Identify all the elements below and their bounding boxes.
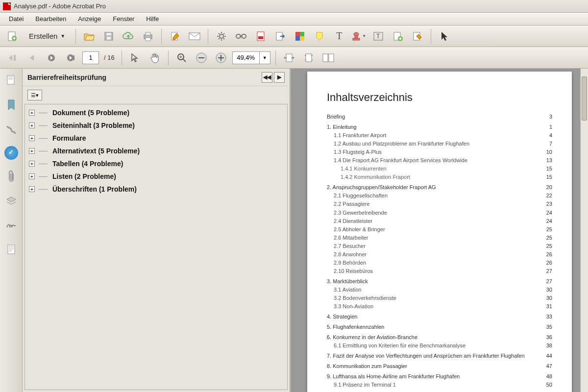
toc-title: 3. Marktüberblick <box>327 277 368 286</box>
print-icon[interactable] <box>140 28 156 45</box>
toc-row: 1.3 Flugsteig A-Plus10 <box>327 148 552 156</box>
options-menu-icon[interactable]: ☰▾ <box>27 90 42 100</box>
tree-item[interactable]: +Seiteninhalt (3 Probleme) <box>25 119 287 132</box>
form-edit-icon[interactable] <box>409 28 426 45</box>
stamp-icon[interactable]: ▼ <box>350 28 367 45</box>
open-icon[interactable] <box>81 28 98 45</box>
pointer-icon[interactable] <box>436 28 453 45</box>
vertical-scrollbar[interactable] <box>580 69 588 392</box>
extract-icon[interactable] <box>272 28 289 45</box>
svg-point-10 <box>220 34 223 38</box>
color-icon[interactable] <box>292 28 308 45</box>
tree-label: Formulare <box>52 134 86 142</box>
menu-anzeige[interactable]: Anzeige <box>72 13 107 24</box>
toc-row: 3.3 Non-Aviation31 <box>327 302 552 311</box>
panel-prev-icon[interactable]: ◀◀ <box>262 72 272 83</box>
mail-icon[interactable] <box>186 28 203 45</box>
expand-icon[interactable]: + <box>29 148 35 154</box>
toc-page: 22 <box>546 192 552 200</box>
expand-icon[interactable]: + <box>29 135 35 141</box>
marquee-zoom-icon[interactable] <box>173 49 190 66</box>
text-icon[interactable]: T <box>331 28 347 45</box>
toc-title: 3.3 Non-Aviation <box>327 302 373 311</box>
toc-row: 2.4 Dienstleister24 <box>327 217 552 225</box>
tree-item[interactable]: +Formulare <box>25 132 287 145</box>
menu-datei[interactable]: Datei <box>3 13 29 24</box>
tree-item[interactable]: +Überschriften (1 Problem) <box>25 183 287 196</box>
toc-title: 1.2 Ausbau und Platzprobleme am Frankfur… <box>327 140 469 148</box>
layers-icon[interactable] <box>3 193 19 209</box>
svg-rect-44 <box>8 78 13 79</box>
expand-icon[interactable]: + <box>29 186 35 192</box>
toc-title: 2.4 Dienstleister <box>327 217 372 225</box>
window-title: Analyse.pdf - Adobe Acrobat Pro <box>14 2 106 10</box>
toc-page: 25 <box>546 242 552 250</box>
pdf-tool-icon[interactable] <box>252 28 269 45</box>
svg-rect-19 <box>300 36 304 41</box>
expand-icon[interactable]: + <box>29 110 35 116</box>
textbox-icon[interactable]: T <box>370 28 387 45</box>
create-icon[interactable] <box>4 28 21 45</box>
toc-row: 2.3 Gewerbetreibende24 <box>327 209 552 217</box>
prev-page-icon[interactable] <box>24 49 40 66</box>
form-add-icon[interactable] <box>390 28 406 45</box>
highlight-icon[interactable] <box>311 28 328 45</box>
bookmarks-icon[interactable] <box>3 97 19 113</box>
gear-icon[interactable] <box>213 28 230 45</box>
expand-icon[interactable]: + <box>29 161 35 167</box>
toc-page: 1 <box>549 123 552 131</box>
page-input[interactable] <box>82 51 99 64</box>
zoom-input[interactable] <box>233 54 259 61</box>
accessibility-check-icon[interactable] <box>4 146 18 160</box>
tags-icon[interactable] <box>3 242 19 258</box>
fit-page-icon[interactable] <box>300 49 317 66</box>
zoom-dropdown-icon[interactable]: ▼ <box>259 52 270 64</box>
zoom-in-icon[interactable] <box>213 49 229 66</box>
last-page-icon[interactable] <box>63 49 79 66</box>
cloud-icon[interactable] <box>120 28 137 45</box>
toc-title: 6. Konkurrenz in der Aviation-Branche <box>327 333 417 342</box>
toc-page: 33 <box>546 313 552 321</box>
tree-item[interactable]: +Listen (2 Probleme) <box>25 170 287 183</box>
toc-title: 4. Strategien <box>327 313 357 321</box>
panel-next-icon[interactable]: ▶ <box>274 72 285 83</box>
edit-icon[interactable] <box>167 28 183 45</box>
thumbnails-icon[interactable] <box>3 73 19 88</box>
attachments-icon[interactable] <box>3 169 19 184</box>
create-button[interactable]: Erstellen▼ <box>24 29 71 43</box>
expand-icon[interactable]: + <box>29 173 35 179</box>
link-icon[interactable] <box>233 28 249 45</box>
menu-bearbeiten[interactable]: Bearbeiten <box>29 13 72 24</box>
toc-title: 1.4.1 Konkurrenten <box>327 165 387 173</box>
select-tool-icon[interactable] <box>127 49 144 66</box>
tree-item[interactable]: +Alternativtext (5 Probleme) <box>25 145 287 157</box>
signatures-icon[interactable] <box>3 218 19 233</box>
zoom-field[interactable]: ▼ <box>232 51 270 64</box>
hand-tool-icon[interactable] <box>147 49 163 66</box>
svg-rect-48 <box>9 250 12 251</box>
tree-label: Alternativtext (5 Probleme) <box>52 147 140 155</box>
flow-icon[interactable] <box>3 122 19 137</box>
tree-item[interactable]: +Tabellen (4 Probleme) <box>25 157 287 170</box>
tree-item[interactable]: +Dokument (5 Probleme) <box>25 106 287 119</box>
toc-row: 1.4.2 Kommunikation Fraport15 <box>327 173 552 181</box>
toc-page: 27 <box>546 277 552 286</box>
expand-icon[interactable]: + <box>29 122 35 128</box>
toc-row: 2.9 Behörden26 <box>327 259 552 267</box>
zoom-out-icon[interactable] <box>193 49 210 66</box>
scrollbar-thumb[interactable] <box>582 76 587 121</box>
svg-rect-22 <box>353 38 360 40</box>
document-view[interactable]: Inhaltsverzeichnis Briefing31. Einleitun… <box>291 69 588 392</box>
save-icon[interactable] <box>100 28 117 45</box>
svg-rect-18 <box>295 36 300 41</box>
next-page-icon[interactable] <box>43 49 60 66</box>
toc-title: 1.3 Flugsteig A-Plus <box>327 148 382 156</box>
menu-hilfe[interactable]: Hilfe <box>140 13 165 24</box>
two-page-icon[interactable] <box>320 49 337 66</box>
toc-page: 38 <box>546 342 552 350</box>
toc-title: 2.2 Passagiere <box>327 200 369 208</box>
first-page-icon[interactable] <box>4 49 21 66</box>
menu-fenster[interactable]: Fenster <box>107 13 140 24</box>
fit-width-icon[interactable] <box>281 49 297 66</box>
main-area: Barrierefreiheitsprüfung ◀◀ ▶ ☰▾ +Dokume… <box>0 69 588 392</box>
